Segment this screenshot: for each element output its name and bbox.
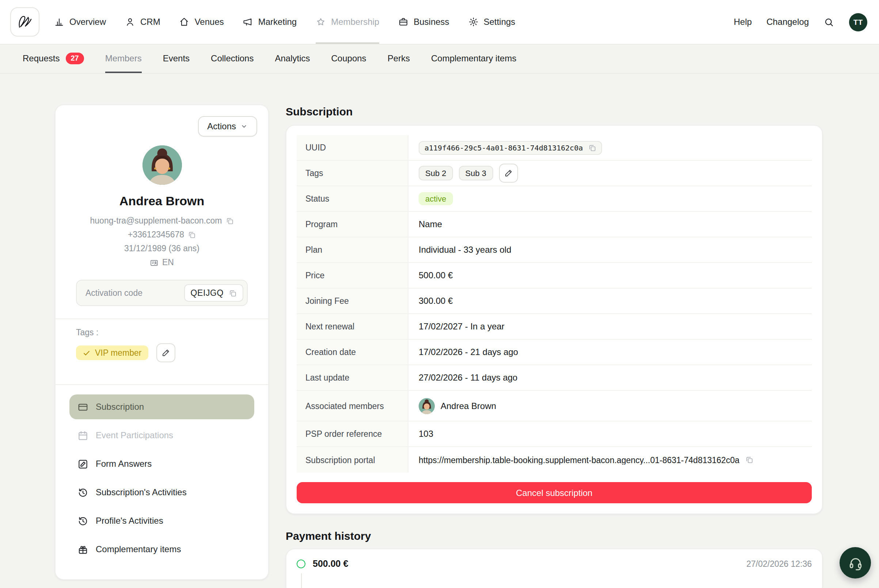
member-language-line: EN [56, 256, 268, 270]
nav-item-label: Business [413, 16, 449, 27]
tab-label: Analytics [275, 53, 310, 63]
profile-tags-section: Tags : VIP member [56, 319, 268, 372]
activation-code-label: Activation code [86, 288, 178, 297]
payment-entry[interactable]: 500.00 € 27/02/2026 12:36 [297, 559, 812, 569]
user-avatar[interactable]: TT [849, 13, 867, 31]
field-row-last-update: Last update 27/02/2026 - 11 days ago [297, 365, 812, 391]
tab-requests[interactable]: Requests 27 [23, 45, 84, 73]
edit-subscription-tags-button[interactable] [499, 164, 518, 183]
payment-history-title: Payment history [286, 530, 823, 542]
subscription-tag: Sub 2 [419, 166, 453, 180]
edit-tags-button[interactable] [156, 343, 175, 362]
search-icon[interactable] [823, 16, 834, 27]
vip-member-tag: VIP member [76, 345, 148, 360]
menu-item-subscription[interactable]: Subscription [69, 394, 254, 419]
field-label: Next renewal [297, 314, 409, 339]
pencil-square-icon [77, 458, 89, 469]
nav-item-marketing[interactable]: Marketing [243, 0, 297, 44]
calendar-icon [77, 430, 89, 441]
nav-item-settings[interactable]: Settings [468, 0, 515, 44]
field-row-price: Price 500.00 € [297, 263, 812, 288]
nav-item-membership[interactable]: Membership [316, 0, 379, 44]
uuid-value: a119f466-29c5-4a01-8631-74d813162c0a [425, 144, 583, 152]
tab-label: Complementary items [431, 53, 516, 63]
nav-item-crm[interactable]: CRM [125, 0, 161, 44]
nav-item-label: Settings [484, 16, 515, 27]
field-row-joining-fee: Joining Fee 300.00 € [297, 288, 812, 314]
member-profile-card: Actions Andrea Brown huong-tr [55, 105, 269, 580]
tags-label: Tags : [76, 328, 248, 337]
gear-icon [468, 16, 479, 27]
field-label: Price [297, 263, 409, 288]
tab-complementary-items[interactable]: Complementary items [431, 45, 516, 73]
field-value: Individual - 33 years old [409, 237, 812, 262]
member-name: Andrea Brown [56, 194, 268, 209]
member-info: huong-tra@supplement-bacon.com +33612345… [56, 214, 268, 270]
tag-label: VIP member [95, 348, 141, 357]
payment-amount: 500.00 € [313, 559, 348, 569]
activation-code: QEIJGQ [190, 288, 224, 297]
payment-status-ring-icon [297, 560, 305, 568]
field-value: 27/02/2026 - 11 days ago [409, 365, 812, 390]
tab-collections[interactable]: Collections [211, 45, 254, 73]
tab-label: Events [163, 53, 189, 63]
support-fab[interactable] [840, 547, 871, 579]
top-nav: Overview CRM Venues Marketing Membership… [0, 0, 879, 45]
actions-button[interactable]: Actions [198, 116, 257, 136]
cancel-subscription-button[interactable]: Cancel subscription [297, 482, 812, 503]
field-label: PSP order reference [297, 422, 409, 446]
activation-code-value: QEIJGQ [184, 284, 243, 302]
field-value: 500.00 € [409, 263, 812, 288]
field-value: 17/02/2026 - 21 days ago [409, 340, 812, 364]
status-badge: active [419, 192, 453, 205]
history-icon [77, 515, 89, 526]
tab-members[interactable]: Members [105, 45, 142, 73]
field-row-program: Program Name [297, 212, 812, 237]
copy-icon[interactable] [229, 289, 237, 297]
menu-item-profile-activities[interactable]: Profile's Activities [69, 508, 254, 533]
changelog-link[interactable]: Changelog [766, 17, 809, 27]
field-label: Joining Fee [297, 288, 409, 314]
member-avatar [142, 146, 182, 185]
associated-member-avatar [419, 398, 435, 414]
menu-item-label: Subscription [96, 402, 144, 412]
nav-item-overview[interactable]: Overview [54, 0, 106, 44]
tab-perks[interactable]: Perks [388, 45, 410, 73]
member-language: EN [162, 256, 174, 270]
field-label: Program [297, 212, 409, 237]
copy-icon[interactable] [225, 217, 233, 225]
tab-label: Coupons [331, 53, 367, 63]
menu-item-form-answers[interactable]: Form Answers [69, 452, 254, 476]
tab-events[interactable]: Events [163, 45, 189, 73]
member-email: huong-tra@supplement-bacon.com [90, 214, 222, 228]
copy-icon[interactable] [188, 231, 196, 239]
primary-nav: Overview CRM Venues Marketing Membership… [54, 0, 515, 44]
app-root: Overview CRM Venues Marketing Membership… [0, 0, 879, 588]
menu-item-complementary-items[interactable]: Complementary items [69, 537, 254, 562]
gift-icon [77, 544, 89, 555]
briefcase-icon [398, 16, 409, 27]
subscription-tag: Sub 3 [459, 166, 493, 180]
nav-item-business[interactable]: Business [398, 0, 449, 44]
menu-item-label: Event Participations [96, 430, 173, 441]
card-icon [77, 401, 89, 412]
subscription-portal-link[interactable]: https://membership.table-booking.supplem… [419, 455, 739, 464]
bar-chart-icon [54, 16, 64, 27]
copy-icon[interactable] [588, 144, 596, 152]
nav-item-label: Venues [195, 16, 224, 27]
menu-item-subscription-activities[interactable]: Subscription's Activities [69, 480, 254, 505]
nav-item-venues[interactable]: Venues [179, 0, 224, 44]
activation-code-field: Activation code QEIJGQ [76, 280, 248, 306]
field-label: Creation date [297, 340, 409, 364]
brand-logo[interactable] [10, 7, 39, 36]
tab-label: Collections [211, 53, 254, 63]
subscription-card: UUID a119f466-29c5-4a01-8631-74d813162c0… [286, 125, 823, 514]
help-link[interactable]: Help [734, 17, 752, 27]
tab-analytics[interactable]: Analytics [275, 45, 310, 73]
member-birthdate: 31/12/1989 (36 ans) [124, 242, 200, 256]
tab-coupons[interactable]: Coupons [331, 45, 367, 73]
copy-icon[interactable] [745, 456, 753, 464]
field-value: 17/02/2027 - In a year [409, 314, 812, 339]
menu-item-event-participations[interactable]: Event Participations [69, 423, 254, 448]
associated-member-name[interactable]: Andrea Brown [440, 400, 496, 411]
